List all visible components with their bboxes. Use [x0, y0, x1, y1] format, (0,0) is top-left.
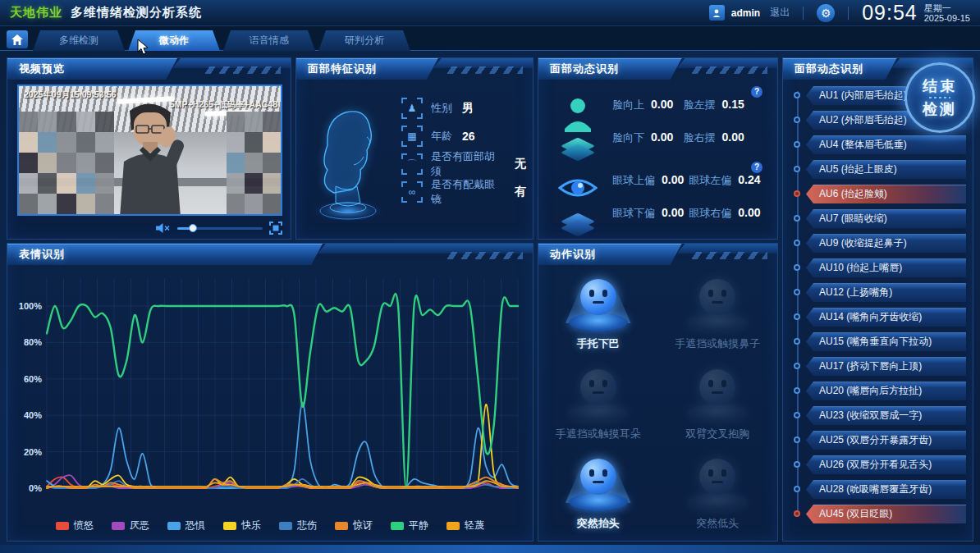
feature-label: 是否有面部胡须 [431, 149, 505, 179]
tab-3[interactable]: 语音情感 [223, 30, 315, 51]
au-item-au26[interactable]: AU26 (双唇分开看见舌头) [791, 455, 966, 474]
action-card[interactable]: 手遮挡或触摸鼻子 [658, 268, 778, 358]
feature-label: 是否有配戴眼镜 [431, 177, 505, 207]
legend-swatch [279, 522, 292, 530]
expression-panel: 表情识别 0%20%40%60%80%100% 愤怒厌恶恐惧快乐悲伤惊讶平静轻蔑 [7, 243, 534, 542]
legend-item[interactable]: 轻蔑 [446, 519, 484, 532]
person-in-video [97, 96, 204, 216]
au-item-au7[interactable]: AU7 (眼睛收缩) [791, 209, 966, 228]
panel-title: 面部动态识别 [550, 58, 619, 80]
chart-legend: 愤怒厌恶恐惧快乐悲伤惊讶平静轻蔑 [7, 519, 533, 532]
legend-item[interactable]: 惊讶 [335, 519, 373, 532]
video-controls [17, 219, 282, 237]
metric: 眼球下偏0.00 [612, 206, 684, 221]
au-item-au14[interactable]: AU14 (嘴角向牙齿收缩) [791, 308, 966, 327]
legend-label: 快乐 [241, 519, 261, 532]
legend-swatch [167, 522, 181, 530]
au-status-dot [794, 166, 800, 172]
volume-slider[interactable] [177, 227, 263, 230]
au-item-au15[interactable]: AU15 (嘴角垂直向下拉动) [791, 332, 966, 351]
header-deco [202, 66, 281, 74]
au-item-au12[interactable]: AU12 (上扬嘴角) [791, 283, 966, 302]
au-label: AU4 (整体眉毛低垂) [819, 135, 907, 154]
legend-item[interactable]: 快乐 [223, 519, 261, 532]
volume-knob[interactable] [189, 224, 197, 232]
expression-chart: 0%20%40%60%80%100% [12, 268, 529, 518]
home-button[interactable] [7, 30, 28, 48]
end-detection-button[interactable]: 结束 检测 [904, 62, 975, 133]
tab-1[interactable]: 多维检测 [33, 30, 125, 51]
settings-gear-icon[interactable]: ⚙ [817, 4, 835, 22]
au-item-au28[interactable]: AU28 (吮吸嘴唇覆盖牙齿) [791, 480, 966, 499]
bottom-strip [0, 545, 980, 553]
mute-icon[interactable] [156, 222, 171, 234]
au-item-au25[interactable]: AU25 (双唇分开暴露牙齿) [791, 431, 966, 450]
action-card[interactable]: 突然抬头 [538, 448, 658, 537]
action-card[interactable]: 突然低头 [658, 448, 778, 537]
au-label: AU25 (双唇分开暴露牙齿) [819, 431, 932, 450]
action-card[interactable]: 手遮挡或触摸耳朵 [538, 358, 658, 447]
au-status-dot [794, 313, 800, 320]
legend-label: 愤怒 [74, 519, 94, 532]
end-button-line1: 结束 [923, 76, 957, 96]
legend-swatch [223, 522, 236, 530]
legend-item[interactable]: 愤怒 [56, 519, 94, 532]
au-status-dot [794, 436, 800, 443]
legend-item[interactable]: 厌恶 [112, 519, 149, 532]
action-card[interactable]: 双臂交叉抱胸 [658, 358, 778, 447]
au-item-au4[interactable]: AU4 (整体眉毛低垂) [791, 135, 966, 154]
au-item-au6[interactable]: AU6 (抬起脸颊) [791, 185, 966, 203]
au-item-au9[interactable]: AU9 (收缩提起鼻子) [791, 234, 966, 253]
legend-swatch [112, 522, 125, 530]
au-item-au23[interactable]: AU23 (收缩双唇成一字) [791, 406, 966, 425]
end-button-divider [929, 97, 950, 98]
help-icon[interactable]: ? [751, 162, 762, 173]
au-item-au20[interactable]: AU20 (嘴唇向后方拉扯) [791, 382, 966, 400]
username[interactable]: admin [731, 7, 760, 19]
au-status-dot [794, 117, 800, 123]
top-bar: 天地伟业 多维情绪检测分析系统 admin 退出 ⚙ 09:54 星期一 202… [0, 0, 980, 26]
metric-value: 0.00 [651, 98, 673, 111]
panel-title: 视频预览 [19, 58, 65, 80]
divider [803, 7, 804, 20]
feature-row: ♟性别男 [401, 94, 526, 122]
au-item-au17[interactable]: AU17 (挤动下唇向上顶) [791, 357, 966, 376]
feature-label: 年龄 [431, 129, 452, 144]
metric-label: 眼球上偏 [612, 173, 655, 188]
header-deco [689, 66, 767, 74]
fullscreen-icon[interactable] [269, 222, 282, 235]
action-label: 突然低头 [696, 516, 739, 531]
age-icon: ▦ [401, 126, 423, 147]
legend-swatch [391, 522, 404, 530]
help-icon[interactable]: ? [751, 86, 762, 98]
au-status-dot [794, 510, 800, 517]
video-stream-info: 5MP+H265+低码率+AAC48 [170, 99, 277, 111]
user-avatar-icon[interactable] [709, 5, 725, 21]
svg-text:80%: 80% [24, 337, 42, 347]
au-item-au45[interactable]: AU45 (双目眨眼) [791, 505, 966, 523]
au-list: AU1 (内部眉毛抬起)AU2 (外部眉毛抬起)AU4 (整体眉毛低垂)AU5 … [791, 86, 966, 536]
metric-label: 脸右摆 [684, 130, 716, 145]
legend-item[interactable]: 悲伤 [279, 519, 317, 532]
au-label: AU15 (嘴角垂直向下拉动) [819, 332, 932, 351]
legend-item[interactable]: 恐惧 [167, 519, 205, 532]
svg-text:40%: 40% [24, 410, 42, 420]
au-status-dot [794, 289, 800, 295]
action-card[interactable]: 手托下巴 [538, 268, 658, 358]
legend-item[interactable]: 平静 [391, 519, 428, 532]
au-status-dot [794, 412, 800, 418]
hologram-head [303, 88, 393, 231]
au-item-au5[interactable]: AU5 (抬起上眼皮) [791, 160, 966, 179]
feature-value: 男 [462, 101, 474, 116]
header-deco [444, 252, 523, 259]
metric-value: 0.00 [738, 206, 760, 219]
au-item-au10[interactable]: AU10 (抬起上嘴唇) [791, 258, 966, 277]
au-label: AU28 (吮吸嘴唇覆盖牙齿) [819, 480, 932, 499]
face-icon [556, 96, 599, 153]
logout-button[interactable]: 退出 [770, 6, 790, 20]
action-figure-icon [559, 450, 638, 511]
date-box: 星期一 2025-09-15 [924, 3, 970, 23]
tab-4[interactable]: 研判分析 [318, 30, 410, 51]
metric-value: 0.00 [662, 206, 684, 219]
face-dynamic-panel: 面部动态识别 ? 脸向上0.00脸左摆0.15脸向下0.00脸右摆0.00 ? … [538, 57, 778, 240]
